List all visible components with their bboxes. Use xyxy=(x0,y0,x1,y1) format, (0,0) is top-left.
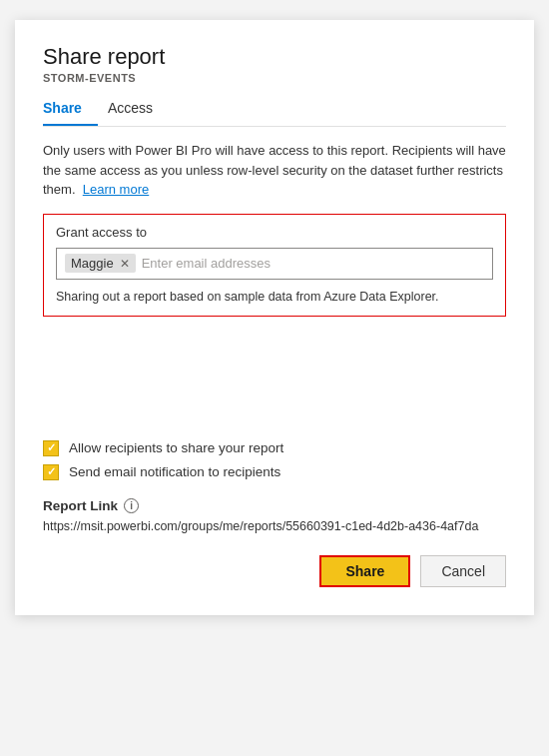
learn-more-link[interactable]: Learn more xyxy=(83,182,149,197)
dialog-title: Share report xyxy=(43,44,506,70)
share-report-dialog: Share report STORM-EVENTS Share Access O… xyxy=(15,20,534,615)
report-link-label: Report Link i xyxy=(43,498,506,513)
email-tag: Maggie ✕ xyxy=(65,254,136,273)
checkmark-icon: ✓ xyxy=(47,441,56,454)
email-placeholder[interactable]: Enter email addresses xyxy=(142,256,484,271)
tab-bar: Share Access xyxy=(43,94,506,127)
cancel-button[interactable]: Cancel xyxy=(420,555,506,587)
checkbox-allow-share[interactable]: ✓ Allow recipients to share your report xyxy=(43,440,506,456)
checkbox-send-email-label: Send email notification to recipients xyxy=(69,464,280,479)
description-text: Only users with Power BI Pro will have a… xyxy=(43,141,506,200)
checkbox-allow-share-label: Allow recipients to share your report xyxy=(69,440,283,455)
message-input[interactable]: Sharing out a report based on sample dat… xyxy=(56,288,493,306)
tab-access[interactable]: Access xyxy=(108,94,169,126)
empty-space xyxy=(43,331,506,440)
checkmark-icon-2: ✓ xyxy=(47,465,56,478)
grant-access-label: Grant access to xyxy=(56,225,493,240)
action-buttons: Share Cancel xyxy=(43,555,506,587)
tab-share[interactable]: Share xyxy=(43,94,98,126)
email-tag-name: Maggie xyxy=(71,256,114,271)
grant-access-box: Grant access to Maggie ✕ Enter email add… xyxy=(43,214,506,317)
checkbox-send-email[interactable]: ✓ Send email notification to recipients xyxy=(43,464,506,480)
report-link-text: Report Link xyxy=(43,498,118,513)
email-input-row[interactable]: Maggie ✕ Enter email addresses xyxy=(56,248,493,280)
checkbox-allow-share-box[interactable]: ✓ xyxy=(43,440,59,456)
dialog-subtitle: STORM-EVENTS xyxy=(43,72,506,84)
info-icon[interactable]: i xyxy=(124,498,139,513)
checkbox-send-email-box[interactable]: ✓ xyxy=(43,464,59,480)
report-link-url: https://msit.powerbi.com/groups/me/repor… xyxy=(43,519,506,533)
report-link-section: Report Link i https://msit.powerbi.com/g… xyxy=(43,498,506,533)
checkboxes-group: ✓ Allow recipients to share your report … xyxy=(43,440,506,480)
share-button[interactable]: Share xyxy=(319,555,410,587)
email-tag-close-icon[interactable]: ✕ xyxy=(120,257,130,271)
